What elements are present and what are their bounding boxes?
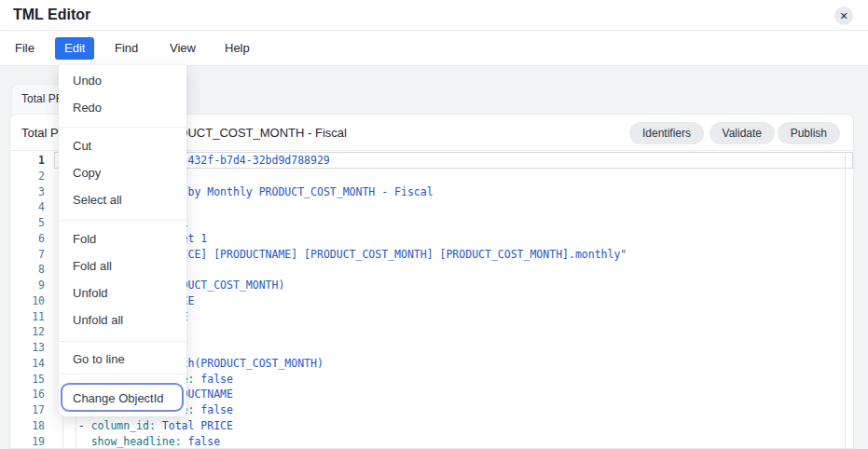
- line-number: 7: [10, 247, 52, 263]
- menubar-item-edit[interactable]: Edit: [55, 37, 94, 60]
- close-icon[interactable]: ✕: [834, 7, 853, 25]
- line-number: 4: [10, 199, 52, 215]
- menu-item-change-objectid[interactable]: Change ObjectId: [61, 383, 184, 412]
- identifiers-button[interactable]: Identifiers: [629, 122, 704, 144]
- menu-item-redo[interactable]: Redo: [59, 94, 186, 121]
- line-number: 2: [10, 169, 52, 184]
- line-number: 14: [10, 356, 52, 372]
- menubar-item-view[interactable]: View: [160, 37, 205, 60]
- line-number: 13: [10, 340, 52, 356]
- line-number: 10: [10, 293, 52, 309]
- edit-menu: UndoRedoCutCopySelect allFoldFold allUnf…: [59, 65, 186, 416]
- editor-ruler: [845, 152, 846, 449]
- code-token: Total PRICE: [156, 419, 233, 432]
- menu-divider: [59, 220, 186, 221]
- line-number: 8: [10, 262, 52, 278]
- line-number: 16: [10, 387, 52, 402]
- line-number: 9: [10, 278, 52, 293]
- menubar-item-find[interactable]: Find: [105, 37, 147, 60]
- menu-item-unfold-all[interactable]: Unfold all: [59, 306, 186, 333]
- line-number: 5: [10, 215, 52, 231]
- code-token: -: [59, 419, 91, 432]
- title-bar: TML Editor ✕: [0, 0, 868, 31]
- code-line[interactable]: show_headline: false: [59, 434, 220, 449]
- menu-item-go-to-line[interactable]: Go to line: [59, 346, 186, 373]
- line-number: 12: [10, 324, 52, 340]
- line-number: 6: [10, 231, 52, 247]
- code-token: show_headline:: [91, 435, 182, 448]
- line-number: 11: [10, 309, 52, 325]
- menu-item-fold[interactable]: Fold: [59, 225, 186, 252]
- validate-button[interactable]: Validate: [710, 122, 775, 144]
- menu-divider: [59, 127, 186, 128]
- code-token: column_id:: [91, 419, 156, 432]
- menu-bar: File Edit Find View Help: [0, 31, 868, 66]
- menu-item-copy[interactable]: Copy: [59, 159, 186, 186]
- line-number: 18: [10, 418, 52, 434]
- menu-divider: [59, 374, 186, 374]
- menubar-item-help[interactable]: Help: [215, 37, 259, 60]
- code-token: false: [194, 403, 233, 416]
- code-token: false: [182, 435, 221, 448]
- menu-divider: [59, 341, 186, 342]
- menu-item-undo[interactable]: Undo: [59, 67, 186, 94]
- menubar-item-file[interactable]: File: [6, 37, 44, 60]
- code-token: false: [194, 373, 233, 386]
- window-title: TML Editor: [13, 7, 90, 23]
- line-number: 1: [10, 153, 52, 169]
- line-number: 17: [10, 402, 52, 418]
- line-number: 19: [10, 434, 52, 449]
- menu-item-fold-all[interactable]: Fold all: [59, 252, 186, 279]
- line-number: 3: [10, 184, 52, 200]
- menu-item-unfold[interactable]: Unfold: [59, 279, 186, 306]
- code-token: "[Total PRICE] [PRODUCTNAME] [PRODUCT_CO…: [110, 248, 627, 261]
- code-line[interactable]: - column_id: Total PRICE: [59, 418, 233, 434]
- menu-item-select-all[interactable]: Select all: [59, 186, 186, 213]
- menu-item-cut[interactable]: Cut: [59, 132, 186, 159]
- line-number: 15: [10, 372, 52, 388]
- publish-button[interactable]: Publish: [778, 122, 840, 144]
- code-token: [59, 435, 91, 448]
